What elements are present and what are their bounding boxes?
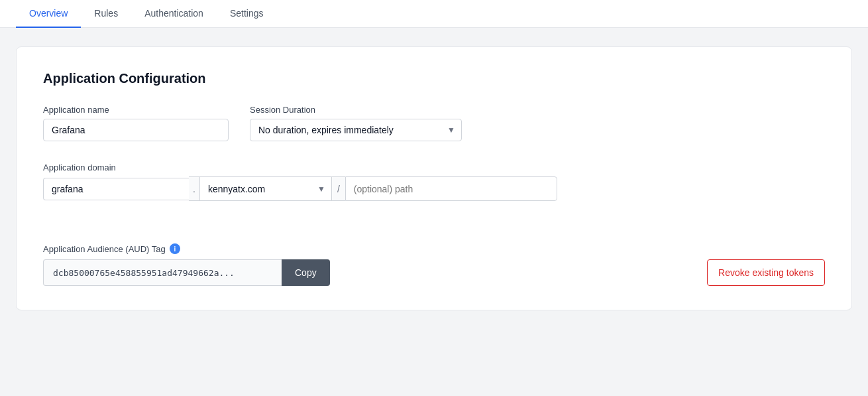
tab-bar: Overview Rules Authentication Settings — [0, 0, 868, 28]
copy-button[interactable]: Copy — [282, 259, 330, 286]
revoke-tokens-button[interactable]: Revoke existing tokens — [707, 259, 825, 286]
session-duration-label: Session Duration — [250, 105, 462, 115]
session-select-wrapper: No duration, expires immediately 30 minu… — [250, 119, 462, 141]
page-content: Application Configuration Application na… — [0, 28, 868, 329]
app-domain-label: Application domain — [43, 163, 825, 172]
domain-select-wrapper: kennyatx.com ▼ — [199, 176, 332, 201]
aud-label-row: Application Audience (AUD) Tag i — [43, 243, 825, 254]
aud-input-group: dcb85000765e458855951ad47949662a... Copy — [43, 259, 330, 286]
app-name-input[interactable] — [43, 119, 229, 141]
domain-name-select[interactable]: kennyatx.com — [199, 176, 332, 201]
aud-section: Application Audience (AUD) Tag i dcb8500… — [43, 243, 825, 286]
aud-tag-label: Application Audience (AUD) Tag — [43, 244, 166, 254]
tab-overview[interactable]: Overview — [16, 0, 81, 28]
domain-path-input[interactable] — [345, 176, 557, 201]
application-config-card: Application Configuration Application na… — [16, 46, 852, 310]
domain-slash-separator: / — [332, 176, 345, 201]
tab-rules[interactable]: Rules — [81, 0, 131, 28]
session-duration-group: Session Duration No duration, expires im… — [250, 105, 462, 141]
top-form-row: Application name Session Duration No dur… — [43, 105, 825, 141]
card-title: Application Configuration — [43, 71, 825, 86]
aud-input-row: dcb85000765e458855951ad47949662a... Copy… — [43, 259, 825, 286]
tab-authentication[interactable]: Authentication — [131, 0, 217, 28]
domain-dot-separator: . — [189, 176, 199, 201]
app-name-label: Application name — [43, 105, 229, 115]
tab-settings[interactable]: Settings — [217, 0, 277, 28]
domain-row: . kennyatx.com ▼ / — [43, 176, 825, 201]
domain-prefix-input[interactable] — [43, 178, 189, 200]
info-icon[interactable]: i — [170, 243, 180, 254]
session-duration-select[interactable]: No duration, expires immediately 30 minu… — [250, 119, 462, 141]
aud-value-display: dcb85000765e458855951ad47949662a... — [43, 259, 282, 286]
app-domain-group: Application domain . kennyatx.com ▼ / — [43, 163, 825, 222]
app-name-group: Application name — [43, 105, 229, 141]
